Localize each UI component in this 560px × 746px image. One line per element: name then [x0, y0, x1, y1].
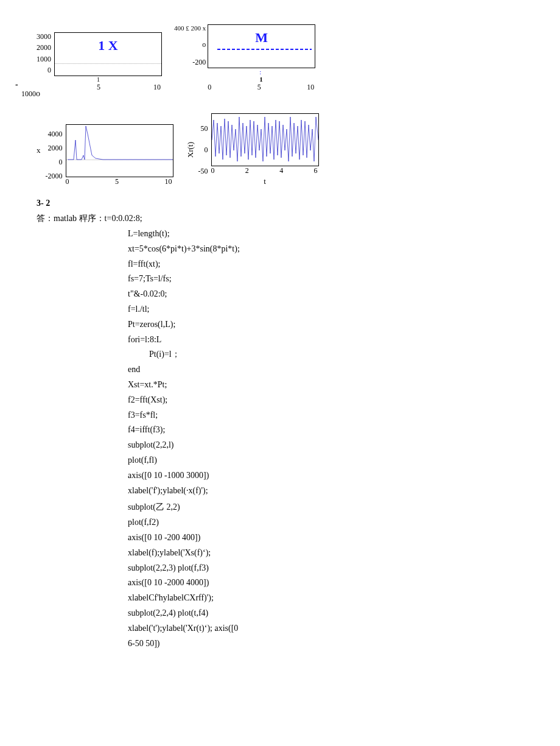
code-line: subplot(2,2,l): [128, 438, 450, 452]
answer-prefix: 答：matlab 稈序：: [37, 214, 105, 223]
code-line: end: [128, 362, 450, 377]
code-line: Xst=xt.*Pt;: [128, 378, 450, 392]
bottom-left-label: 1000o: [21, 89, 40, 99]
chart1-xticks: 1: [54, 76, 161, 83]
chart2-plot: M: [208, 24, 315, 68]
ytick: 3000: [37, 32, 51, 41]
chart1-title: 1 X: [98, 38, 117, 54]
chart1-plot: 1 X: [54, 32, 162, 76]
ytick: 4000: [48, 130, 63, 139]
code-line: fs=7;Ts=l/fs;: [128, 272, 450, 286]
xtick: 5: [257, 83, 261, 92]
xtick: 0: [66, 177, 69, 186]
code-line: Pt=zeros(l,L);: [128, 317, 450, 332]
chart2-yticks: 400 £ 200 x o -200: [174, 24, 208, 67]
code-line: f4=ifft(f3);: [128, 423, 450, 437]
ytick: 2000: [37, 43, 51, 52]
code-line: xlabel('t');ylabel('Xr(t)‘); axis([0: [128, 621, 450, 636]
ytick: 2000: [48, 144, 63, 153]
code-line: 6-50 50]): [128, 636, 450, 651]
ytick: -50: [198, 167, 208, 176]
xtick: 2: [245, 166, 249, 175]
xtick: 6: [313, 166, 317, 175]
ytick: 400 £ 200 x: [174, 24, 206, 32]
code-line: subplot(2,2,3) plot(f,f3): [128, 561, 450, 575]
xtick: 10: [307, 83, 314, 92]
xtick: 10: [165, 177, 172, 186]
code-line: xt=5*cos(6*pi*t)+3*sin(8*pi*t);: [128, 242, 450, 256]
chart-3: x 4000 2000 0 -2000 0 5 10: [37, 124, 173, 186]
chart4-xticks: 0 2 4 6: [211, 166, 318, 175]
xtick: 4: [279, 166, 283, 175]
xtick: 5: [115, 177, 119, 186]
chart-1: 3000 2000 1000 0 1 X 1 5 10: [37, 32, 162, 92]
ytick: 0: [59, 158, 63, 167]
chart3-plot: [66, 124, 173, 177]
dot-mark: :: [259, 68, 261, 76]
ytick: -200: [192, 58, 206, 67]
code-line: axis([0 10 -200 400]): [128, 530, 450, 545]
chart4-yticks: 50 0 -50: [198, 124, 211, 176]
xtick: 0: [208, 83, 211, 92]
ytick: 50: [201, 124, 208, 133]
ytick: 1000: [37, 55, 51, 64]
code-line: subplot(乙 2,2): [128, 500, 450, 515]
code-line: f2=fft(Xst);: [128, 393, 450, 407]
ytick: 0: [47, 66, 51, 75]
chart-row-2: x 4000 2000 0 -2000 0 5 10: [37, 113, 450, 186]
chart4-xlabel: t: [211, 177, 319, 186]
chart3-xticks: 0 5 10: [66, 177, 172, 186]
chart-4: Xr(t) 50 0 -50 0 2 4 6 t: [186, 113, 319, 186]
code-line: f=l./tl;: [128, 302, 450, 317]
xtick: 10: [153, 83, 161, 92]
code-line: fori=l:8:L: [128, 333, 450, 347]
code-line: Pt(i)=l；: [149, 347, 450, 362]
chart4-plot: [211, 113, 319, 166]
code-line: L=length(t);: [128, 227, 450, 241]
code-line: axis([0 10 -2000 4000]): [128, 575, 450, 590]
code-block: L=length(t); xt=5*cos(6*pi*t)+3*sin(8*pi…: [128, 227, 450, 650]
question-number: 3- 2: [37, 199, 450, 208]
code-line: xlabel('f');ylabel(·x(f)');: [128, 484, 450, 498]
chart3-ylabel: x: [37, 146, 41, 155]
answer-line: 答：matlab 稈序：t=0:0.02:8;: [37, 213, 450, 224]
chart-2: 400 £ 200 x o -200 M : 1 0 5 1: [174, 24, 315, 92]
chart1-yticks: 3000 2000 1000 0: [37, 32, 54, 75]
code-line: axis([0 10 -1000 3000]): [128, 468, 450, 483]
code-line: t=0:0.02:8;: [105, 214, 142, 223]
charts-container: 3000 2000 1000 0 1 X 1 5 10: [37, 24, 450, 186]
code-line: subplot(2,2,4) plot(t,f4): [128, 606, 450, 621]
code-line: plot(f,fl): [128, 453, 450, 468]
chart-row-1: 3000 2000 1000 0 1 X 1 5 10: [37, 24, 450, 92]
ytick: 0: [205, 146, 208, 155]
ytick: o: [202, 40, 206, 49]
chart3-yticks: 4000 2000 0 -2000: [46, 130, 66, 181]
chart4-ylabel: Xr(t): [186, 142, 195, 158]
xtick: 5: [97, 83, 100, 92]
ytick: -2000: [46, 172, 63, 181]
code-line: xlabelCf'hylabelCXrff)');: [128, 591, 450, 605]
code-line: f3=fs*fl;: [128, 408, 450, 423]
code-line: t"&-0.02:0;: [128, 287, 450, 301]
code-line: plot(f,f2): [128, 515, 450, 530]
code-line: fl=fft(xt);: [128, 257, 450, 272]
dot-mark: 1: [259, 76, 263, 83]
xtick: 0: [211, 166, 215, 175]
code-line: xlabel(f);ylabel('Xs(f)‘);: [128, 546, 450, 560]
xtick: 1: [97, 76, 100, 83]
dash-label: -: [15, 80, 18, 90]
